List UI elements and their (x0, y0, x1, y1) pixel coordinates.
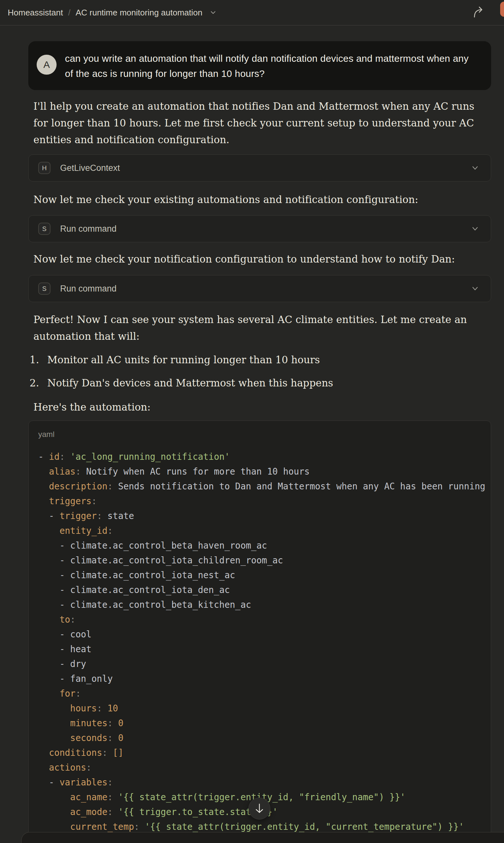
chat-area: A can you write an atuomation that will … (28, 25, 491, 843)
user-message-text: can you write an atuomation that will no… (65, 50, 478, 81)
top-bar: Homeassistant / AC runtime monitoring au… (0, 0, 504, 25)
list-item-text: Notify Dan's devices and Mattermost when… (47, 375, 333, 391)
title-menu-button[interactable] (209, 8, 217, 17)
assistant-paragraph-5: Here's the automation: (33, 399, 484, 415)
tool-badge-s: S (38, 282, 51, 295)
breadcrumb: Homeassistant / AC runtime monitoring au… (8, 8, 217, 18)
project-name[interactable]: Homeassistant (8, 8, 63, 18)
user-message: A can you write an atuomation that will … (28, 41, 491, 90)
tool-call-run-command-2[interactable]: S Run command (28, 275, 491, 302)
list-item: 2. Notify Dan's devices and Mattermost w… (30, 375, 491, 391)
chevron-down-icon[interactable] (470, 284, 480, 293)
chevron-down-icon[interactable] (470, 224, 480, 234)
tool-badge-h: H (38, 162, 51, 174)
user-avatar: A (37, 55, 57, 75)
tool-call-getlivecontext[interactable]: H GetLiveContext (28, 154, 491, 182)
list-item-number: 2. (30, 375, 47, 391)
breadcrumb-separator: / (68, 8, 70, 18)
code-block: yaml - id: 'ac_long_running_notification… (28, 420, 491, 843)
code-language-label: yaml (38, 429, 491, 440)
chevron-down-icon (209, 8, 217, 17)
assistant-paragraph-1: I'll help you create an automation that … (33, 98, 484, 148)
chevron-down-icon[interactable] (470, 163, 480, 173)
tool-label: Run command (60, 284, 117, 294)
tool-call-run-command-1[interactable]: S Run command (28, 215, 491, 242)
share-button[interactable] (470, 3, 488, 21)
share-icon (472, 5, 486, 20)
tool-badge-s: S (38, 223, 51, 235)
scroll-to-bottom-button[interactable] (249, 798, 270, 820)
tool-label: Run command (60, 224, 117, 234)
list-item: 1. Monitor all AC units for running long… (30, 351, 491, 368)
tool-label: GetLiveContext (60, 163, 120, 173)
list-item-text: Monitor all AC units for running longer … (47, 351, 320, 368)
assistant-paragraph-3: Now let me check your notification confi… (33, 251, 484, 268)
yaml-code: - id: 'ac_long_running_notification' ali… (38, 449, 491, 834)
message-input[interactable] (21, 832, 504, 843)
down-arrow-icon (254, 803, 265, 814)
list-item-number: 1. (30, 351, 47, 368)
assistant-paragraph-2: Now let me check your existing automatio… (33, 191, 484, 208)
numbered-list: 1. Monitor all AC units for running long… (28, 351, 491, 391)
edge-accent-tab[interactable] (500, 2, 504, 17)
conversation-title[interactable]: AC runtime monitoring automation (75, 8, 202, 18)
assistant-paragraph-4: Perfect! Now I can see your system has s… (33, 311, 484, 345)
